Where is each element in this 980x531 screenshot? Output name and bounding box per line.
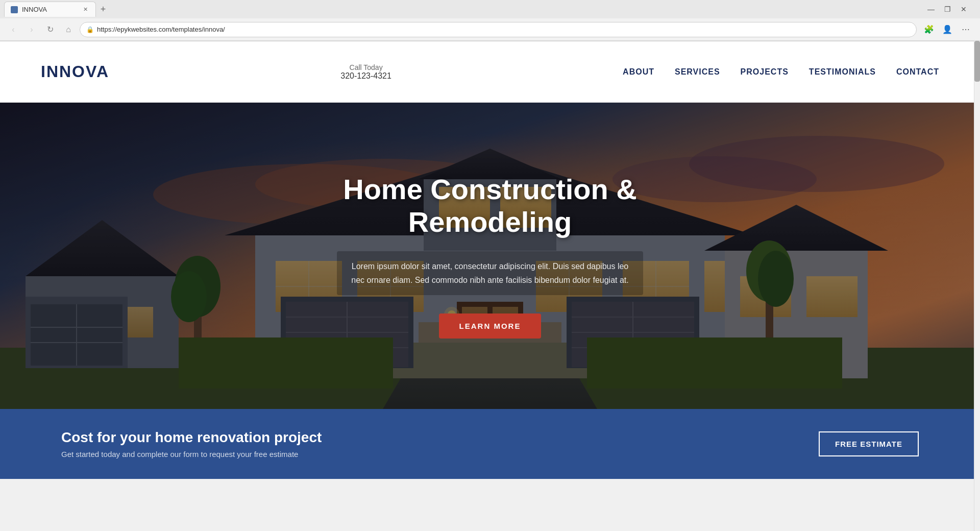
- new-tab-button[interactable]: +: [96, 2, 110, 16]
- scrollbar-thumb[interactable]: [974, 41, 980, 82]
- address-bar[interactable]: 🔒 https://epykwebsites.com/templates/inn…: [80, 22, 917, 37]
- nav-testimonials[interactable]: TESTIMONIALS: [809, 67, 876, 77]
- profile-button[interactable]: 👤: [939, 21, 955, 38]
- extensions-button[interactable]: 🧩: [921, 21, 937, 38]
- close-button[interactable]: ✕: [958, 3, 970, 15]
- tab-title: INNOVA: [22, 6, 77, 13]
- nav-contact[interactable]: CONTACT: [896, 67, 939, 77]
- cta-banner: Cost for your home renovation project Ge…: [0, 409, 980, 479]
- contact-label: Call Today: [350, 63, 383, 71]
- website: INNOVA Call Today 320-123-4321 ABOUT SER…: [0, 41, 980, 479]
- tab-close-button[interactable]: ✕: [81, 6, 89, 14]
- menu-button[interactable]: ⋯: [958, 21, 974, 38]
- back-button[interactable]: ‹: [6, 22, 20, 37]
- nav-about[interactable]: ABOUT: [623, 67, 654, 77]
- home-button[interactable]: ⌂: [61, 22, 76, 37]
- browser-tab[interactable]: INNOVA ✕: [4, 2, 96, 17]
- browser-nav: ‹ › ↻ ⌂ 🔒 https://epykwebsites.com/templ…: [0, 18, 980, 41]
- reload-button[interactable]: ↻: [43, 22, 57, 37]
- cta-subtext: Get started today and complete our form …: [61, 450, 322, 458]
- forward-button[interactable]: ›: [24, 22, 39, 37]
- site-contact: Call Today 320-123-4321: [340, 63, 391, 81]
- lock-icon: 🔒: [86, 26, 94, 33]
- site-nav: ABOUT SERVICES PROJECTS TESTIMONIALS CON…: [623, 67, 939, 77]
- learn-more-button[interactable]: LEARN MORE: [439, 313, 542, 339]
- contact-phone: 320-123-4321: [340, 71, 391, 81]
- free-estimate-button[interactable]: FREE ESTIMATE: [819, 431, 919, 456]
- cta-text: Cost for your home renovation project Ge…: [61, 429, 322, 458]
- site-header: INNOVA Call Today 320-123-4321 ABOUT SER…: [0, 41, 980, 103]
- hero-title: Home Construction & Remodeling: [337, 173, 643, 239]
- restore-button[interactable]: ❐: [941, 3, 953, 15]
- site-logo: INNOVA: [41, 62, 109, 81]
- minimize-button[interactable]: —: [925, 3, 937, 15]
- hero-description: Lorem ipsum dolor sit amet, consectetur …: [337, 251, 643, 295]
- url-text: https://epykwebsites.com/templates/innov…: [97, 26, 225, 33]
- browser-chrome: INNOVA ✕ + — ❐ ✕ ‹ › ↻ ⌂ 🔒 https://epykw…: [0, 0, 980, 41]
- tab-favicon: [11, 6, 18, 13]
- cta-heading: Cost for your home renovation project: [61, 429, 322, 446]
- nav-services[interactable]: SERVICES: [675, 67, 720, 77]
- browser-actions: 🧩 👤 ⋯: [921, 21, 974, 38]
- scrollbar[interactable]: [974, 41, 980, 531]
- nav-projects[interactable]: PROJECTS: [741, 67, 789, 77]
- hero-section: Home Construction & Remodeling Lorem ips…: [0, 103, 980, 409]
- hero-content: Home Construction & Remodeling Lorem ips…: [337, 173, 643, 339]
